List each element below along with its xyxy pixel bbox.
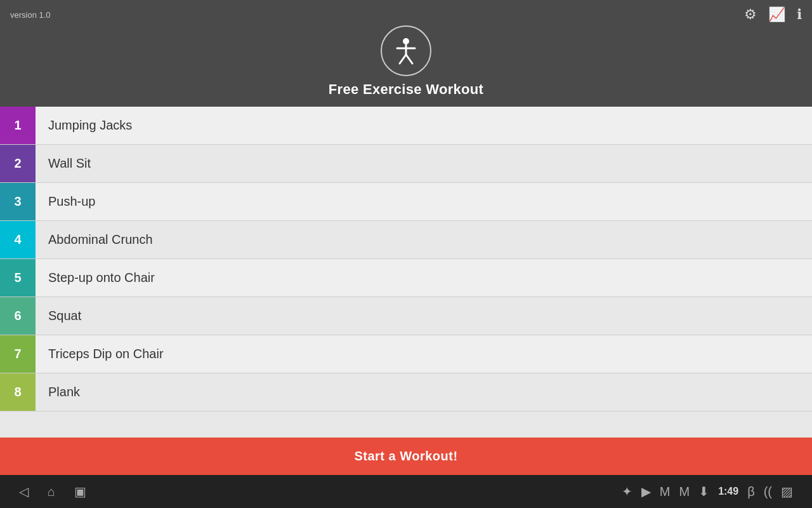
recent-nav-icon[interactable]: ▣ xyxy=(74,484,86,499)
exercise-item[interactable]: 1Jumping Jacks xyxy=(0,107,812,145)
download-icon: ⬇ xyxy=(698,484,709,499)
nav-left: ◁ ⌂ ▣ xyxy=(19,484,86,499)
stats-icon[interactable]: 📈 xyxy=(768,6,785,23)
exercise-name: Jumping Jacks xyxy=(36,107,812,144)
clock: 1:49 xyxy=(718,486,738,497)
back-nav-icon[interactable]: ◁ xyxy=(19,484,29,499)
exercise-name: Push-up xyxy=(36,183,812,220)
exercise-name: Step-up onto Chair xyxy=(36,259,812,297)
exercise-number: 4 xyxy=(0,221,36,258)
exercise-name: Wall Sit xyxy=(36,145,812,182)
exercise-number: 7 xyxy=(0,335,36,373)
signal-icon: ✦ xyxy=(622,484,632,499)
gmail-icon: M xyxy=(660,485,671,499)
exercise-item[interactable]: 2Wall Sit xyxy=(0,145,812,183)
exercise-name: Squat xyxy=(36,297,812,335)
exercise-item[interactable]: 6Squat xyxy=(0,297,812,335)
exercise-item[interactable]: 8Plank xyxy=(0,373,812,411)
exercise-item[interactable]: 7Triceps Dip on Chair xyxy=(0,335,812,373)
wifi-icon: (( xyxy=(764,485,772,499)
exercise-number: 3 xyxy=(0,183,36,220)
settings-icon[interactable]: ⚙ xyxy=(744,6,757,23)
info-icon[interactable]: ℹ xyxy=(797,6,802,23)
svg-line-4 xyxy=(406,55,412,64)
header-top: version 1.0 ⚙ 📈 ℹ xyxy=(0,6,812,23)
store-icon: ▶ xyxy=(641,484,651,499)
exercise-name: Triceps Dip on Chair xyxy=(36,335,812,373)
header: version 1.0 ⚙ 📈 ℹ Free Exercise Workout xyxy=(0,0,812,107)
home-nav-icon[interactable]: ⌂ xyxy=(48,485,55,499)
nav-right: ✦ ▶ M M ⬇ 1:49 β (( ▨ xyxy=(622,484,793,499)
exercise-number: 2 xyxy=(0,145,36,182)
logo-svg xyxy=(391,36,421,66)
version-label: version 1.0 xyxy=(10,10,51,20)
gmail2-icon: M xyxy=(679,485,690,499)
app-logo xyxy=(381,25,431,76)
exercise-name: Abdominal Crunch xyxy=(36,221,812,258)
exercise-item[interactable]: 4Abdominal Crunch xyxy=(0,221,812,259)
nav-bar: ◁ ⌂ ▣ ✦ ▶ M M ⬇ 1:49 β (( ▨ xyxy=(0,475,812,508)
app-title: Free Exercise Workout xyxy=(329,81,483,98)
exercise-number: 1 xyxy=(0,107,36,144)
svg-line-3 xyxy=(400,55,406,64)
exercise-name: Plank xyxy=(36,373,812,411)
exercise-item[interactable]: 5Step-up onto Chair xyxy=(0,259,812,297)
bluetooth-icon: β xyxy=(747,485,755,499)
header-icon-group: ⚙ 📈 ℹ xyxy=(744,6,802,23)
battery-icon: ▨ xyxy=(781,484,793,499)
start-workout-button[interactable]: Start a Workout! xyxy=(0,438,812,475)
exercise-list: 1Jumping Jacks2Wall Sit3Push-up4Abdomina… xyxy=(0,107,812,438)
exercise-number: 5 xyxy=(0,259,36,297)
exercise-number: 6 xyxy=(0,297,36,335)
exercise-item[interactable]: 3Push-up xyxy=(0,183,812,221)
exercise-number: 8 xyxy=(0,373,36,411)
